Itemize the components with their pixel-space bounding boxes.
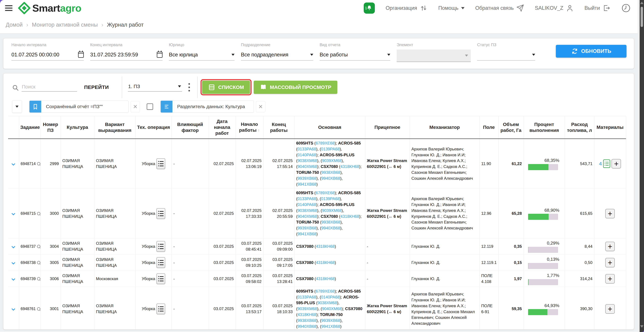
- column-header-9[interactable]: Конец работы: [263, 116, 294, 139]
- column-header-12[interactable]: Механизатор: [410, 116, 480, 139]
- vehicle-plate-link[interactable]: 9939ХВ68: [298, 176, 316, 181]
- operation-details-button[interactable]: [156, 208, 165, 219]
- feedback-menu-item[interactable]: Обратная связь: [475, 4, 524, 12]
- vehicle-plate-link[interactable]: 0133РА68: [298, 196, 316, 201]
- vertical-scrollbar[interactable]: [640, 0, 644, 332]
- row-expander-chevron[interactable]: [12, 261, 15, 264]
- vehicle-plate-link[interactable]: 0139РА68: [321, 196, 340, 201]
- operation-details-button[interactable]: [156, 241, 165, 252]
- scroll-down-arrow-icon[interactable]: [640, 325, 644, 328]
- vehicle-plate-link[interactable]: 6789ХЕ68: [316, 191, 334, 195]
- organization-menu-item[interactable]: Организация: [386, 4, 428, 12]
- more-options-kebab-icon[interactable]: [188, 83, 190, 91]
- add-material-button[interactable]: +: [605, 274, 615, 283]
- filter-field-5[interactable]: Элемент: [397, 43, 471, 62]
- operation-details-button[interactable]: [156, 273, 165, 284]
- vehicle-plate-link[interactable]: 0133РА68: [298, 295, 316, 299]
- vehicle-plate-link[interactable]: 9939ХВ68: [298, 226, 316, 230]
- vehicle-plate-link[interactable]: 6789ХЕ68: [316, 141, 334, 145]
- clock-button[interactable]: [621, 3, 631, 13]
- vehicle-plate-link[interactable]: 9040ХМ68: [298, 164, 317, 169]
- vehicle-plate-link[interactable]: 9940ХВ68: [321, 176, 340, 181]
- vehicle-plate-link[interactable]: 9040ХМ68: [298, 214, 317, 219]
- vehicle-plate-link[interactable]: 9038ХМ68: [298, 158, 317, 163]
- column-header-7[interactable]: Дата начала работ: [208, 116, 236, 139]
- smartagro-logo[interactable]: Smartagro: [18, 2, 81, 15]
- vehicle-plate-link[interactable]: 0140РА68: [298, 202, 316, 207]
- vehicle-plate-link[interactable]: 9040ХМ68: [322, 306, 342, 311]
- add-material-button[interactable]: +: [605, 209, 615, 218]
- vehicle-plate-link[interactable]: 4318КН68: [340, 214, 359, 219]
- data-splitter-chip-close-icon[interactable]: ×: [256, 101, 265, 112]
- breadcrumb-active-shift-monitor[interactable]: Монитор активной смены: [32, 22, 98, 28]
- vehicle-plate-link[interactable]: 4318КН68: [316, 244, 334, 249]
- vehicle-plate-link[interactable]: 9938ХВ68: [322, 220, 340, 224]
- add-material-button[interactable]: +: [605, 242, 615, 251]
- go-button[interactable]: ПЕРЕЙТИ: [83, 84, 110, 90]
- column-header-5[interactable]: Тех. операция: [136, 116, 172, 139]
- column-header-4[interactable]: Вариант выращивания: [94, 116, 136, 139]
- column-header-11[interactable]: Прицепное: [365, 116, 410, 139]
- vehicle-plate-link[interactable]: 6789ХЕ68: [316, 289, 334, 293]
- saved-report-chip[interactable]: Сохранённый отчёт =ПЗ"": [29, 101, 128, 113]
- operation-details-button[interactable]: [156, 257, 165, 268]
- column-header-14[interactable]: Объем работ, Га: [498, 116, 524, 139]
- user-menu-item[interactable]: SALIKOV_Z: [535, 4, 574, 12]
- data-splitter-chip[interactable]: Разделитель данных: Культура: [160, 101, 254, 113]
- mass-view-button[interactable]: МАССОВЫЙ ПРОСМОТР: [254, 81, 337, 94]
- list-view-button[interactable]: СПИСКОМ: [202, 81, 250, 94]
- vehicle-plate-link[interactable]: 4318КН68: [298, 312, 316, 317]
- vehicle-plate-link[interactable]: 9941ХВ68: [298, 232, 316, 236]
- vehicle-plate-link[interactable]: 4318КН68: [316, 276, 334, 281]
- help-menu-item[interactable]: Помощь: [438, 5, 464, 11]
- chips-dropdown-button[interactable]: [12, 100, 22, 113]
- row-expander-chevron[interactable]: [12, 307, 15, 311]
- materials-list-icon[interactable]: [603, 159, 610, 168]
- vehicle-plate-link[interactable]: 9938ХВ68: [322, 170, 340, 175]
- breadcrumb-home[interactable]: Домой: [6, 22, 23, 28]
- add-material-button[interactable]: +: [605, 304, 615, 314]
- task-search-icon[interactable]: [37, 277, 40, 280]
- column-header-1[interactable]: Задание: [19, 116, 40, 139]
- calendar-icon[interactable]: [157, 52, 162, 58]
- row-expander-chevron[interactable]: [12, 212, 15, 215]
- scrollbar-thumb[interactable]: [641, 7, 643, 27]
- filter-field-3[interactable]: ПодразделениеВсе подразделения: [241, 43, 313, 62]
- search-input[interactable]: [22, 83, 77, 92]
- column-header-8[interactable]: Начало работы↑: [236, 116, 263, 139]
- hamburger-menu-icon[interactable]: [5, 5, 12, 11]
- operation-details-button[interactable]: [156, 158, 165, 169]
- filter-field-2[interactable]: ЮрлицоВсе юрлица: [169, 43, 234, 62]
- operation-details-button[interactable]: [156, 303, 165, 314]
- vehicle-plate-link[interactable]: 9941ХВ68: [298, 182, 316, 187]
- task-search-icon[interactable]: [37, 307, 40, 311]
- vehicle-plate-link[interactable]: 9941ХВ68: [321, 324, 340, 329]
- chips-checkbox[interactable]: [147, 103, 153, 110]
- filter-field-0[interactable]: Начало интервала01.07.2025 00:00:00: [12, 43, 84, 62]
- task-search-icon[interactable]: [37, 162, 40, 165]
- vehicle-plate-link[interactable]: 9038ХМ68: [298, 208, 317, 213]
- vehicle-plate-link[interactable]: 9039ХМ68: [298, 306, 317, 311]
- saved-report-chip-close-icon[interactable]: ×: [130, 101, 140, 112]
- filter-field-6[interactable]: Статус ПЗ: [477, 43, 535, 62]
- vehicle-plate-link[interactable]: 9939ХВ68: [321, 318, 340, 323]
- vehicle-plate-link[interactable]: 9039ХМ68: [322, 208, 342, 213]
- task-search-icon[interactable]: [37, 261, 40, 264]
- column-header-10[interactable]: Основная: [294, 116, 365, 139]
- vehicle-plate-link[interactable]: 9940ХВ68: [298, 324, 316, 329]
- vehicle-plate-link[interactable]: 0139РА68: [321, 147, 340, 151]
- refresh-button[interactable]: ОБНОВИТЬ: [556, 45, 626, 58]
- column-header-15[interactable]: Процент выполнения: [524, 116, 565, 139]
- column-header-3[interactable]: Культура: [60, 116, 94, 139]
- vehicle-plate-link[interactable]: 9940ХВ68: [321, 226, 340, 230]
- column-header-2[interactable]: Номер ПЗ: [40, 116, 60, 139]
- calendar-icon[interactable]: [78, 52, 84, 58]
- vehicle-plate-link[interactable]: 0133РА68: [298, 147, 316, 151]
- row-expander-chevron[interactable]: [12, 277, 15, 281]
- task-search-icon[interactable]: [37, 212, 40, 215]
- add-material-button[interactable]: +: [605, 258, 615, 267]
- add-material-button[interactable]: +: [612, 159, 621, 169]
- vehicle-plate-link[interactable]: 9938ХВ68: [298, 318, 316, 323]
- notifications-bell-button[interactable]: 1: [364, 3, 375, 14]
- filter-field-1[interactable]: Конец интервала31.07.2025 23:59:59: [90, 43, 162, 62]
